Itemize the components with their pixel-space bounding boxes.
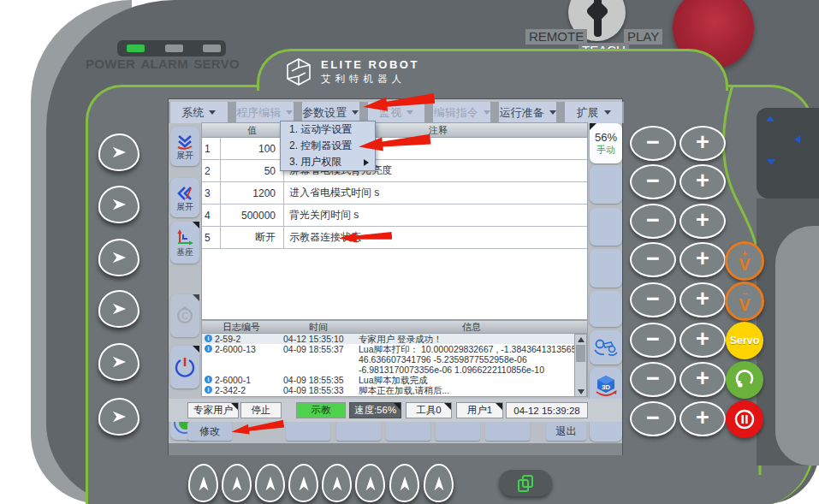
jog-plus-key-5[interactable]: + bbox=[680, 282, 726, 317]
jog-plus-key-3[interactable]: + bbox=[680, 204, 726, 239]
table-row[interactable]: 2 50 屏幕省电模式背光亮度 bbox=[202, 160, 587, 182]
base-frame-button[interactable]: 基座 bbox=[170, 222, 199, 264]
exit-button[interactable]: 退出 bbox=[546, 422, 586, 441]
stick-down-arrow-icon[interactable] bbox=[767, 159, 775, 165]
jog-plus-key-6[interactable]: + bbox=[680, 323, 726, 358]
log-row: i2-342-2 04-09 18:55:33 脚本正在加载,请稍后... bbox=[202, 385, 587, 395]
parameter-table: 值 注释 1 100 屏 2 50 屏幕省电模式背光亮度 3 1200 进入省电… bbox=[201, 122, 588, 320]
chevron-down-icon bbox=[286, 110, 293, 115]
left-key-3[interactable] bbox=[98, 239, 139, 276]
jog-plus-key-7[interactable]: + bbox=[680, 362, 726, 397]
svg-text:C: C bbox=[181, 311, 187, 321]
bottom-key-8[interactable] bbox=[424, 464, 454, 502]
alarm-label: ALARM bbox=[140, 56, 188, 71]
velocity-up-button[interactable]: + V bbox=[725, 241, 764, 281]
stick-up-arrow-icon[interactable] bbox=[766, 116, 774, 122]
up-arrow-icon bbox=[398, 475, 412, 492]
bottom-key-1[interactable] bbox=[188, 464, 218, 502]
scroll-up-icon[interactable] bbox=[578, 337, 585, 342]
3d-cube-icon: 3D bbox=[593, 373, 619, 399]
stick-left-arrow-icon[interactable] bbox=[794, 135, 800, 144]
left-key-6[interactable] bbox=[98, 398, 139, 436]
alarm-led bbox=[165, 44, 183, 52]
pause-button[interactable] bbox=[726, 400, 763, 438]
up-arrow-icon bbox=[364, 475, 377, 492]
soft-key-blank[interactable] bbox=[336, 422, 381, 441]
coordinate-axes-icon bbox=[175, 228, 194, 247]
menu-item-user-permission[interactable]: 3. 用户权限 bbox=[281, 154, 375, 170]
bottom-key-7[interactable] bbox=[389, 464, 419, 502]
log-info-header: 信息 bbox=[356, 321, 587, 334]
power-label: POWER bbox=[86, 56, 135, 71]
jog-device-button[interactable] bbox=[590, 330, 622, 365]
log-scrollbar[interactable] bbox=[574, 334, 587, 397]
right-arrow-icon bbox=[110, 409, 128, 424]
bottom-key-3[interactable] bbox=[255, 464, 285, 502]
log-row: i2-6000-13 04-09 18:55:37 Lua脚本打印： 10.00… bbox=[202, 344, 587, 375]
jog-plus-key-8[interactable]: + bbox=[680, 401, 726, 436]
indicator-led-panel bbox=[117, 40, 226, 56]
left-key-5[interactable] bbox=[98, 343, 139, 381]
jog-minus-key-4[interactable]: − bbox=[630, 242, 676, 277]
servo-button[interactable]: Servo bbox=[726, 322, 763, 359]
jog-minus-key-1[interactable]: − bbox=[630, 126, 676, 161]
expand-left-button[interactable]: 展开 bbox=[170, 178, 199, 217]
jog-plus-key-2[interactable]: + bbox=[680, 164, 726, 199]
chevron-down-icon bbox=[549, 110, 556, 115]
soft-key-blank[interactable] bbox=[386, 422, 430, 441]
jog-minus-key-8[interactable]: − bbox=[630, 401, 676, 436]
table-row[interactable]: 3 1200 进入省电模式时间 s bbox=[202, 182, 587, 205]
pointing-stick-panel bbox=[757, 108, 819, 199]
bottom-key-2[interactable] bbox=[222, 464, 252, 502]
menu-extend[interactable]: 扩展 bbox=[565, 102, 622, 123]
indicator-labels: POWER ALARM SERVO bbox=[86, 56, 240, 71]
screen-bottom-strip bbox=[169, 443, 622, 455]
power-control-button[interactable] bbox=[170, 346, 199, 388]
pause-icon bbox=[733, 408, 756, 430]
side-blank-button[interactable] bbox=[590, 165, 622, 204]
left-key-1[interactable] bbox=[98, 133, 139, 171]
soft-key-blank[interactable] bbox=[485, 422, 530, 441]
bottom-key-4[interactable] bbox=[288, 464, 318, 502]
modify-button[interactable]: 修改 bbox=[187, 422, 232, 441]
page-switch-button[interactable] bbox=[499, 470, 552, 496]
bottom-key-5[interactable] bbox=[322, 464, 352, 502]
table-row[interactable]: 5 断开 示教器连接状态 bbox=[202, 227, 587, 249]
tool-frame-button[interactable]: 工具0 bbox=[406, 402, 452, 418]
soft-key-blank[interactable] bbox=[436, 422, 480, 441]
right-arrow-icon bbox=[110, 354, 128, 370]
scroll-thumb[interactable] bbox=[576, 345, 585, 362]
menu-system[interactable]: 系统 bbox=[170, 102, 228, 123]
user-level-button[interactable]: 专家用户 bbox=[187, 402, 239, 418]
teach-pendant: POWER ALARM SERVO REMOTE PLAY TEACH ELIT… bbox=[0, 0, 819, 504]
menu-edit-command: 编辑指令 bbox=[433, 102, 490, 123]
jog-minus-key-3[interactable]: − bbox=[630, 204, 676, 239]
info-icon: i bbox=[205, 396, 212, 397]
jog-minus-key-7[interactable]: − bbox=[630, 362, 676, 397]
jog-plus-key-4[interactable]: + bbox=[680, 242, 726, 277]
side-blank-button[interactable] bbox=[590, 249, 622, 288]
status-bar: 专家用户 停止 示教 速度:56% 工具0 用户1 04-12 15:39:28 bbox=[169, 399, 622, 422]
menu-run-prepare[interactable]: 运行准备 bbox=[499, 102, 556, 123]
left-key-2[interactable] bbox=[98, 186, 139, 223]
jog-plus-key-1[interactable]: + bbox=[680, 126, 726, 161]
side-blank-button[interactable] bbox=[590, 291, 622, 327]
run-button[interactable] bbox=[726, 361, 763, 399]
soft-key-blank[interactable] bbox=[286, 422, 330, 441]
user-frame-button[interactable]: 用户1 bbox=[456, 402, 503, 418]
jog-minus-key-6[interactable]: − bbox=[630, 323, 676, 358]
expand-down-button[interactable]: 展开 bbox=[170, 127, 199, 166]
bottom-key-6[interactable] bbox=[355, 464, 385, 502]
up-arrow-icon bbox=[197, 475, 211, 492]
left-key-4[interactable] bbox=[98, 290, 139, 328]
menu-item-kinematics[interactable]: 1. 运动学设置 bbox=[281, 122, 375, 138]
jog-minus-key-5[interactable]: − bbox=[630, 282, 676, 317]
jog-minus-key-2[interactable]: − bbox=[630, 164, 676, 199]
cycle-mode-button: C bbox=[170, 294, 199, 337]
side-blank-button[interactable] bbox=[590, 208, 622, 246]
scroll-down-icon[interactable] bbox=[578, 389, 585, 394]
speed-override-button[interactable]: 56% 手动 bbox=[590, 123, 622, 163]
table-row[interactable]: 4 500000 背光关闭时间 s bbox=[202, 205, 587, 227]
velocity-down-button[interactable]: − V bbox=[725, 282, 764, 321]
power-icon bbox=[174, 356, 196, 378]
